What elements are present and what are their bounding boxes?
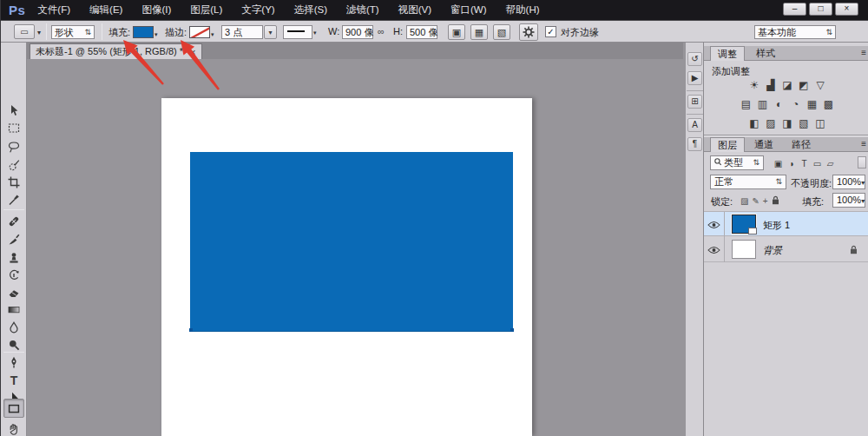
brightness-contrast-icon[interactable]: ☀ [746,79,763,91]
workspace-select[interactable]: 基本功能 [754,25,836,39]
tab-paths[interactable]: 路径 [785,137,818,152]
panel-menu-icon[interactable]: ≡ [861,48,866,57]
history-brush-tool[interactable] [3,267,24,283]
quick-selection-tool[interactable] [3,156,24,173]
hand-tool[interactable] [3,420,24,436]
pen-tool[interactable] [3,353,24,370]
vibrance-icon[interactable]: ▽ [812,79,829,91]
tab-styles[interactable]: 样式 [749,46,782,61]
healing-brush-tool[interactable] [3,213,24,229]
blur-tool[interactable] [3,319,24,335]
menu-window[interactable]: 窗口(W) [450,3,487,17]
rectangle-shape[interactable] [190,152,513,332]
clone-stamp-tool[interactable] [3,249,24,266]
width-input[interactable]: 900 像 [342,25,373,39]
path-anchor-handle[interactable] [510,328,514,332]
layer-thumbnail[interactable] [732,240,756,259]
lasso-tool[interactable] [3,138,24,155]
tool-preset-button[interactable]: ▭ [14,24,35,39]
geometry-options-gear-button[interactable] [519,23,538,41]
panel-menu-icon[interactable]: ≡ [861,139,866,149]
menu-type[interactable]: 文字(Y) [241,3,274,17]
close-button[interactable]: × [835,3,858,16]
actions-panel-icon[interactable]: ▶ [687,71,702,85]
document-tab[interactable]: 未标题-1 @ 55% (矩形 1, RGB/8) * × [30,43,202,59]
photo-filter-icon[interactable]: ◔ [787,98,804,110]
selective-color-icon[interactable]: ◫ [812,117,829,129]
stroke-width-input[interactable]: 3 点 [221,25,263,39]
color-balance-icon[interactable]: ▥ [754,98,771,110]
levels-icon[interactable]: ▟ [763,79,779,91]
path-operations-button[interactable]: ▣ [448,24,465,40]
layer-fill-value-select[interactable]: 100% [832,193,865,208]
menu-image[interactable]: 图像(I) [141,3,171,17]
dodge-tool[interactable] [3,336,24,353]
rectangle-tool[interactable] [3,399,24,418]
link-dimensions-icon[interactable]: ∞ [378,26,385,36]
blend-mode-select[interactable]: 正常 [710,175,786,189]
menu-edit[interactable]: 编辑(E) [89,3,122,17]
tab-channels[interactable]: 通道 [747,137,780,152]
layer-name[interactable]: 背景 [763,244,782,257]
filter-toggle-button[interactable] [858,156,866,168]
visibility-toggle[interactable] [704,212,725,237]
align-edges-checkbox[interactable]: ✓ [545,26,556,37]
opacity-value-select[interactable]: 100% [832,175,865,189]
menu-help[interactable]: 帮助(H) [506,3,540,17]
fill-dropdown-arrow-icon[interactable]: ▾ [155,31,158,38]
tab-layers[interactable]: 图层 [710,137,745,152]
filter-pixel-layers-icon[interactable]: ▣ [772,159,785,168]
visibility-toggle[interactable] [704,237,725,262]
stroke-width-arrow-icon[interactable]: ▾ [264,25,277,39]
stroke-style-arrow-icon[interactable]: ▾ [313,30,317,36]
black-white-icon[interactable]: ◐ [771,98,787,110]
height-input[interactable]: 500 像 [406,25,437,39]
lock-transparency-icon[interactable]: ▨ [740,196,748,206]
lock-all-icon[interactable] [772,195,779,205]
filter-adjustment-layers-icon[interactable]: ◑ [785,159,798,168]
menu-select[interactable]: 选择(S) [294,3,327,17]
gradient-map-icon[interactable]: ▧ [796,117,812,129]
gradient-tool[interactable] [3,301,24,318]
exposure-icon[interactable]: ◩ [796,79,812,91]
layer-row-background[interactable]: 背景 [704,237,868,262]
lock-position-icon[interactable]: + [763,196,768,206]
eraser-tool[interactable] [3,284,24,301]
layer-name[interactable]: 矩形 1 [763,219,790,232]
path-anchor-handle[interactable] [189,328,193,332]
invert-icon[interactable]: ◧ [746,117,763,129]
menu-file[interactable]: 文件(F) [37,3,70,17]
move-tool[interactable] [3,102,24,118]
stroke-dropdown-arrow-icon[interactable]: ▾ [211,31,214,38]
canvas-area[interactable] [27,59,683,436]
lock-pixels-icon[interactable]: ✎ [752,196,759,206]
eyedropper-tool[interactable] [3,191,24,208]
maximize-button[interactable]: □ [809,3,832,16]
tab-adjustments[interactable]: 调整 [710,46,745,61]
marquee-tool[interactable] [3,120,24,136]
layer-thumbnail[interactable] [732,215,756,234]
document-tab-close-icon[interactable]: × [190,47,195,57]
posterize-icon[interactable]: ▨ [763,117,779,129]
tool-preset-arrow-icon[interactable]: ▾ [37,29,41,36]
brush-tool[interactable] [3,231,24,248]
path-arrangement-button[interactable]: ▧ [493,24,510,40]
channel-mixer-icon[interactable]: ▦ [804,98,820,110]
menu-filter[interactable]: 滤镜(T) [346,3,379,17]
paragraph-panel-icon[interactable]: ¶ [687,137,702,151]
curves-icon[interactable]: ◪ [779,79,796,91]
path-alignment-button[interactable]: ▦ [470,24,488,40]
layer-filter-kind-select[interactable]: 类型 [710,155,764,170]
tool-mode-select[interactable]: 形状 [51,25,95,39]
stroke-swatch[interactable] [189,26,210,38]
menu-layer[interactable]: 图层(L) [190,3,222,17]
menu-view[interactable]: 视图(V) [398,3,431,17]
minimize-button[interactable]: – [783,3,806,16]
type-tool[interactable]: T [3,372,24,388]
history-panel-icon[interactable]: ↺ [687,52,702,66]
filter-smart-objects-icon[interactable]: ▱ [824,159,837,168]
filter-shape-layers-icon[interactable]: ▭ [811,159,824,168]
fill-swatch[interactable] [133,26,154,38]
hue-saturation-icon[interactable]: ▤ [738,98,754,110]
properties-panel-icon[interactable]: ⊞ [687,95,702,109]
